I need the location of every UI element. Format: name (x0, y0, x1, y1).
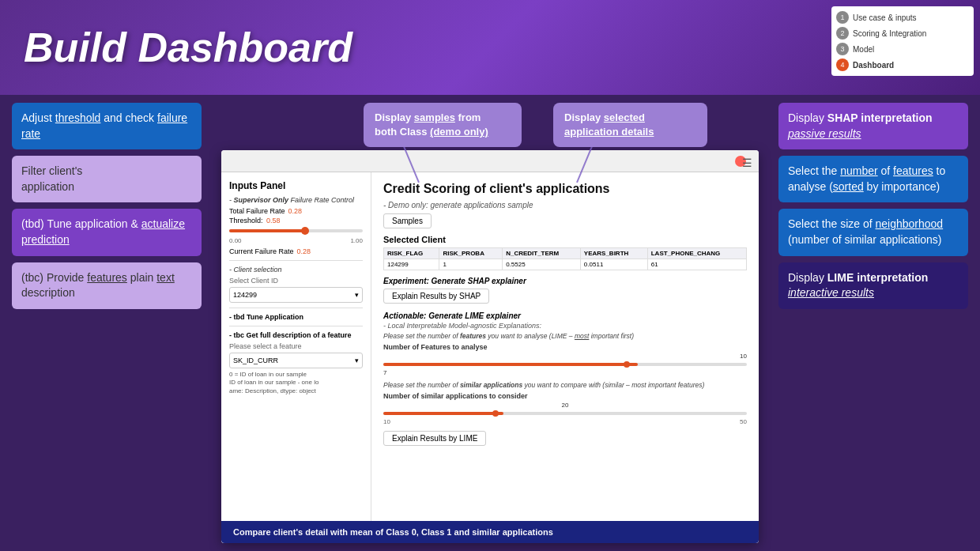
divider-1 (229, 260, 363, 261)
feature-select[interactable]: SK_ID_CURR ▾ (229, 353, 363, 368)
similar-val-top: 20 (383, 402, 747, 409)
annotation-tune-app: (tbd) Tune application & actualize predi… (12, 209, 202, 255)
num-features-label: Number of Features to analyse (383, 343, 747, 351)
tbd-tune: - tbd Tune Application (229, 313, 363, 321)
annotation-select-neighborhood: Select the size of neighborhood (number … (778, 209, 968, 255)
threshold-row: Threshold: 0.58 (229, 217, 363, 225)
feature-desc-1: 0 = ID of loan in our sample (229, 371, 363, 379)
feature-value: SK_ID_CURR (233, 357, 278, 364)
explain-lime-button[interactable]: Explain Results by LIME (383, 431, 486, 446)
step-2-label: Scoring & Integration (853, 29, 926, 38)
annotation-select-features: Select the number of features to analyse… (778, 156, 968, 202)
step-1-label: Use case & inputs (853, 13, 917, 22)
inputs-panel: Inputs Panel - Supervisor Only Failure R… (221, 172, 371, 543)
annotation-display-shap: Display SHAP interpretation passive resu… (778, 103, 968, 149)
cell-id: 124299 (384, 259, 439, 270)
samples-button[interactable]: Samples (383, 213, 432, 228)
divider-2 (229, 308, 363, 308)
threshold-label: Threshold: (229, 217, 263, 225)
step-4-label: Dashboard (853, 61, 894, 70)
select-neighborhood-text: Select the size of neighborhood (number … (788, 217, 943, 246)
app-window: ☰ Inputs Panel - Supervisor Only Failure… (221, 150, 759, 543)
failure-rate-row: Total Failure Rate 0.28 (229, 207, 363, 215)
feature-desc-3: ame: Description, dtype: object (229, 387, 363, 395)
right-sidebar: Display SHAP interpretation passive resu… (767, 95, 980, 551)
feature-desc-2: ID of loan in our sample - one lo (229, 379, 363, 387)
threshold-value: 0.58 (266, 217, 281, 225)
display-lime-text: Display LIME interpretation interactive … (788, 271, 928, 300)
slider-min: 0.00 (229, 237, 242, 244)
client-id-value: 124299 (233, 291, 257, 299)
dropdown-arrow: ▾ (355, 291, 359, 299)
callout-selected-text: Display selectedapplication details (564, 111, 654, 138)
features-val: 7 (383, 369, 747, 376)
app-body: Inputs Panel - Supervisor Only Failure R… (221, 172, 759, 543)
annotation-provide-features-text: (tbc) Provide features plain text descri… (21, 271, 175, 300)
dropdown-arrow-2: ▾ (355, 357, 359, 364)
actionable-label: Actionable: Generate LIME explainer (383, 311, 747, 320)
col-header-3: YEARS_BIRTH (580, 248, 647, 259)
step-2: 2 Scoring & Integration (836, 25, 969, 41)
cell-n-credit: 0.0511 (580, 259, 647, 270)
main-panel-title: Credit Scoring of client's applications (383, 182, 747, 196)
similar-slider[interactable]: 20 10 50 (383, 402, 747, 425)
col-header-4: LAST_PHONE_CHANG (647, 248, 746, 259)
hamburger-icon: ☰ (742, 157, 752, 169)
local-label: - Local Interpretable Model-agnostic Exp… (383, 322, 747, 330)
table-row: 124299 1 0.5525 0.0511 61 (384, 259, 747, 270)
lime-desc: Please set the number of features you wa… (383, 332, 747, 340)
step-3-label: Model (853, 45, 874, 54)
current-failure-value: 0.28 (297, 247, 311, 255)
please-select-label: Please select a feature (229, 342, 363, 350)
callout-samples: Display samples fromboth Class (demo onl… (364, 103, 522, 147)
total-failure-label: Total Failure Rate (229, 207, 285, 215)
step-1: 1 Use case & inputs (836, 9, 969, 25)
main-panel: Credit Scoring of client's applications … (371, 172, 759, 543)
client-data-table: RISK_FLAG RISK_PROBA N_CREDIT_TERM YEARS… (383, 247, 747, 270)
page-title: Build Dashboard (24, 27, 352, 68)
similar-max: 50 (740, 418, 747, 425)
callout-samples-text: Display samples fromboth Class (demo onl… (375, 111, 488, 138)
left-sidebar: Adjust threshold and check failure rate … (0, 95, 213, 551)
col-header-0: RISK_FLAG (384, 248, 439, 259)
feature-desc: 0 = ID of loan in our sample ID of loan … (229, 371, 363, 395)
step-3-num: 3 (836, 43, 849, 55)
step-1-num: 1 (836, 11, 849, 24)
bottom-bar-text: Compare client's detail with mean of Cla… (233, 527, 553, 537)
tbc-feature: - tbc Get full description of a feature (229, 331, 363, 339)
features-slider[interactable]: 10 7 (383, 353, 747, 376)
selected-client-header: Selected Client (383, 235, 747, 244)
display-shap-text: Display SHAP interpretation passive resu… (788, 111, 933, 140)
col-header-2: N_CREDIT_TERM (503, 248, 581, 259)
annotation-display-lime: Display LIME interpretation interactive … (778, 262, 968, 309)
select-features-text: Select the number of features to analyse… (788, 164, 945, 193)
similar-min: 10 (383, 418, 390, 425)
annotation-adjust-threshold: Adjust threshold and check failure rate (12, 103, 202, 149)
current-failure-label: Current Failure Rate (229, 247, 294, 255)
demo-label: - Demo only: generate applications sampl… (383, 201, 747, 209)
step-4: 4 Dashboard (836, 57, 969, 73)
current-failure-row: Current Failure Rate 0.28 (229, 247, 363, 255)
similar-slider-labels: 10 50 (383, 418, 747, 425)
threshold-slider[interactable]: 0.00 1.00 (229, 229, 363, 244)
bottom-bar: Compare client's detail with mean of Cla… (221, 521, 759, 543)
step-3: 3 Model (836, 41, 969, 57)
select-client-label: Select Client ID (229, 277, 363, 285)
explain-shap-button[interactable]: Explain Results by SHAP (383, 289, 489, 304)
client-id-select[interactable]: 124299 ▾ (229, 287, 363, 303)
annotation-filter-client-text: Filter client'sapplication (21, 164, 82, 193)
annotation-adjust-threshold-text: Adjust threshold and check failure rate (21, 111, 187, 140)
callout-selected: Display selectedapplication details (553, 103, 707, 147)
app-titlebar: ☰ (221, 150, 759, 172)
col-header-1: RISK_PROBA (439, 248, 503, 259)
main-content: Adjust threshold and check failure rate … (0, 95, 980, 551)
cell-years: 61 (647, 259, 746, 270)
num-similar-label: Number of similar applications to consid… (383, 392, 747, 400)
cell-risk-flag: 1 (439, 259, 503, 270)
header: Build Dashboard 1 Use case & inputs 2 Sc… (0, 0, 980, 95)
annotation-filter-client: Filter client'sapplication (12, 156, 202, 202)
step-2-num: 2 (836, 27, 849, 40)
features-val-top: 10 (383, 353, 747, 360)
failure-rate-section: - Supervisor Only Failure Rate Control (229, 196, 363, 204)
total-failure-value: 0.28 (288, 207, 303, 215)
